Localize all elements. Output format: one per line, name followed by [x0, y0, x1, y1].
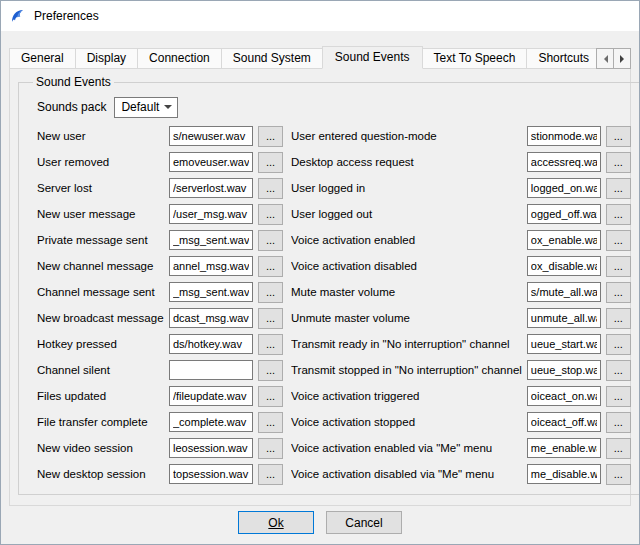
browse-button[interactable]: ...: [258, 386, 283, 407]
sound-file-input[interactable]: [527, 438, 601, 458]
tab-shortcuts[interactable]: Shortcuts: [526, 48, 601, 69]
browse-button[interactable]: ...: [606, 256, 631, 277]
browse-button[interactable]: ...: [606, 126, 631, 147]
browse-button[interactable]: ...: [606, 282, 631, 303]
browse-button[interactable]: ...: [606, 178, 631, 199]
sound-event-row: Files updated...: [37, 383, 283, 409]
sound-event-row: Voice activation disabled via "Me" menu.…: [291, 461, 631, 487]
sound-file-input[interactable]: [169, 386, 253, 406]
sound-file-input[interactable]: [169, 334, 253, 354]
sound-event-label: Files updated: [37, 390, 164, 402]
sound-file-input[interactable]: [169, 152, 253, 172]
browse-button[interactable]: ...: [258, 464, 283, 485]
tab-panel-sound-events: Sound Events Sounds pack Default New use…: [9, 68, 631, 506]
sound-file-input[interactable]: [169, 412, 253, 432]
sound-event-row: New video session...: [37, 435, 283, 461]
sound-event-row: User entered question-mode...: [291, 123, 631, 149]
tab-text-to-speech[interactable]: Text To Speech: [422, 48, 528, 69]
tab-display[interactable]: Display: [75, 48, 138, 69]
sound-file-input[interactable]: [169, 178, 253, 198]
sound-file-input[interactable]: [527, 230, 601, 250]
tab-sound-system[interactable]: Sound System: [221, 48, 323, 69]
sound-file-input[interactable]: [169, 360, 253, 380]
sound-event-row: File transfer complete...: [37, 409, 283, 435]
sound-file-input[interactable]: [527, 178, 601, 198]
sound-file-input[interactable]: [527, 152, 601, 172]
arrow-right-icon: [620, 55, 628, 63]
sound-file-input[interactable]: [169, 308, 253, 328]
sound-event-label: New channel message: [37, 260, 164, 272]
browse-button[interactable]: ...: [606, 152, 631, 173]
sound-event-row: User logged out...: [291, 201, 631, 227]
tab-connection[interactable]: Connection: [137, 48, 222, 69]
tab-sound-events[interactable]: Sound Events: [322, 46, 423, 69]
sound-file-input[interactable]: [527, 464, 601, 484]
sound-file-input[interactable]: [169, 230, 253, 250]
sound-file-input[interactable]: [169, 126, 253, 146]
browse-button[interactable]: ...: [606, 438, 631, 459]
event-columns: New user...User removed...Server lost...…: [37, 123, 631, 487]
event-column-right: User entered question-mode...Desktop acc…: [291, 123, 631, 487]
browse-button[interactable]: ...: [258, 282, 283, 303]
browse-button[interactable]: ...: [606, 334, 631, 355]
groupbox-title: Sound Events: [33, 75, 114, 89]
sound-file-input[interactable]: [169, 438, 253, 458]
browse-button[interactable]: ...: [258, 178, 283, 199]
sound-event-label: User removed: [37, 156, 164, 168]
sound-file-input[interactable]: [527, 412, 601, 432]
browse-button[interactable]: ...: [258, 308, 283, 329]
browse-button[interactable]: ...: [258, 152, 283, 173]
tab-scroll-left-button[interactable]: [596, 48, 614, 69]
browse-button[interactable]: ...: [258, 360, 283, 381]
sound-file-input[interactable]: [527, 360, 601, 380]
sound-file-input[interactable]: [527, 204, 601, 224]
browse-button[interactable]: ...: [606, 360, 631, 381]
browse-button[interactable]: ...: [606, 412, 631, 433]
browse-button[interactable]: ...: [258, 438, 283, 459]
sound-event-label: Voice activation triggered: [291, 390, 522, 402]
browse-button[interactable]: ...: [606, 386, 631, 407]
sound-event-label: Mute master volume: [291, 286, 522, 298]
sound-event-row: New user message...: [37, 201, 283, 227]
sound-event-row: User logged in...: [291, 175, 631, 201]
ok-button[interactable]: Ok: [238, 511, 314, 534]
sound-file-input[interactable]: [527, 386, 601, 406]
sound-event-label: User entered question-mode: [291, 130, 522, 142]
sound-event-row: Voice activation stopped...: [291, 409, 631, 435]
cancel-button[interactable]: Cancel: [326, 511, 402, 534]
browse-button[interactable]: ...: [258, 230, 283, 251]
sound-file-input[interactable]: [527, 126, 601, 146]
browse-button[interactable]: ...: [258, 412, 283, 433]
tab-scroll-right-button[interactable]: [613, 48, 631, 69]
sound-file-input[interactable]: [527, 256, 601, 276]
sound-event-label: Unmute master volume: [291, 312, 522, 324]
sound-file-input[interactable]: [527, 334, 601, 354]
event-column-left: New user...User removed...Server lost...…: [37, 123, 283, 487]
sound-event-label: Voice activation disabled: [291, 260, 522, 272]
sound-event-label: Voice activation enabled via "Me" menu: [291, 442, 522, 454]
sound-file-input[interactable]: [169, 464, 253, 484]
sound-file-input[interactable]: [169, 204, 253, 224]
sound-event-label: New broadcast message: [37, 312, 164, 324]
browse-button[interactable]: ...: [258, 204, 283, 225]
sound-event-label: Server lost: [37, 182, 164, 194]
browse-button[interactable]: ...: [258, 126, 283, 147]
sound-event-row: User removed...: [37, 149, 283, 175]
browse-button[interactable]: ...: [258, 334, 283, 355]
browse-button[interactable]: ...: [258, 256, 283, 277]
browse-button[interactable]: ...: [606, 464, 631, 485]
sound-event-label: Voice activation stopped: [291, 416, 522, 428]
sound-event-row: Voice activation triggered...: [291, 383, 631, 409]
sound-file-input[interactable]: [527, 308, 601, 328]
sound-file-input[interactable]: [527, 282, 601, 302]
sounds-pack-select[interactable]: Default: [114, 97, 178, 118]
sound-event-label: Hotkey pressed: [37, 338, 164, 350]
sounds-pack-label: Sounds pack: [37, 100, 106, 114]
browse-button[interactable]: ...: [606, 230, 631, 251]
sound-file-input[interactable]: [169, 256, 253, 276]
sound-event-label: New user message: [37, 208, 164, 220]
sound-file-input[interactable]: [169, 282, 253, 302]
browse-button[interactable]: ...: [606, 308, 631, 329]
tab-general[interactable]: General: [9, 48, 76, 69]
browse-button[interactable]: ...: [606, 204, 631, 225]
